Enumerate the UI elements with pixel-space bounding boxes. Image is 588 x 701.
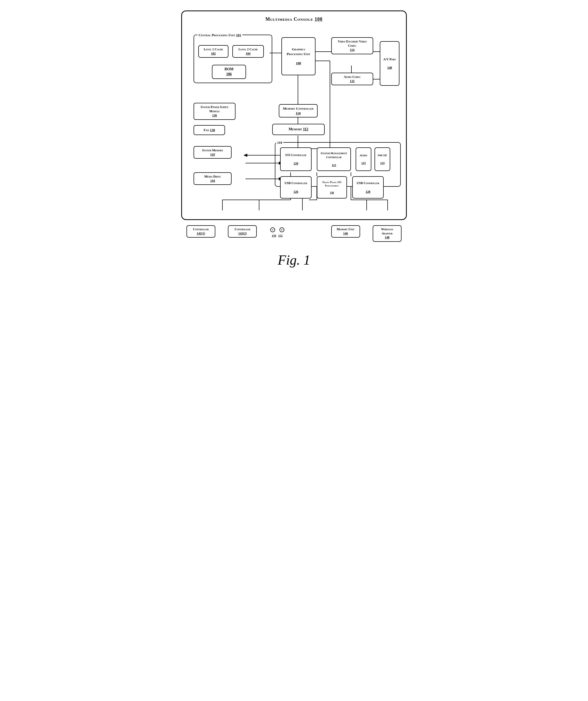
- usb-126-label: USB Controller: [284, 181, 307, 185]
- sys-power-num: 136: [212, 113, 217, 117]
- usb-128-box: USB Controller 128: [352, 176, 384, 199]
- sys-mgmt-num: 122: [332, 163, 336, 167]
- rom-box: ROM 106: [212, 65, 246, 79]
- media-drive-num: 144: [210, 179, 215, 183]
- external-items: Controller 142(1) Controller 142(2) ⊙ ⊙ …: [181, 223, 407, 242]
- usb-128-label: USB Controller: [357, 181, 379, 185]
- io-ctrl-box: I/O Controller 120: [280, 148, 312, 171]
- fan-box: Fan 138: [194, 125, 225, 135]
- media-drive-label: Media Drive: [204, 175, 221, 178]
- port-152-symbol: ⊙: [279, 225, 285, 234]
- l1cache-box: Level 1 Cache 102: [198, 45, 228, 58]
- gpu-num: 108: [296, 61, 301, 65]
- port-152-num: 152: [278, 234, 283, 237]
- sys-memory-box: System Memory 143: [194, 146, 232, 159]
- l1cache-num: 102: [211, 52, 216, 55]
- audio-codec-label: Audio Codec: [344, 75, 361, 79]
- console-label: Multimedia Console: [265, 16, 313, 22]
- l2cache-label: Level 2 Cache: [238, 47, 258, 51]
- memory-unit-box: Memory Unit 146: [331, 225, 360, 238]
- controller1-label: Controller: [193, 227, 209, 231]
- av-port-label: A/V Port: [383, 57, 396, 61]
- svg-marker-13: [243, 154, 247, 157]
- port-150-num: 150: [272, 234, 276, 237]
- usb-126-box: USB Controller 126: [280, 176, 312, 199]
- fan-label: Fan: [204, 128, 209, 132]
- video-encoder-num: 114: [350, 48, 354, 52]
- l1cache-label: Level 1 Cache: [204, 47, 223, 51]
- l2cache-box: Level 2 Cache 104: [232, 45, 264, 58]
- audio-codec-num: 132: [350, 79, 355, 83]
- sys-memory-label: System Memory: [202, 149, 223, 152]
- av-port-num: 140: [387, 65, 392, 70]
- audio-123-box: Audio 123: [356, 148, 371, 171]
- diagram: Central Processing Unit 101 Level 1 Cach…: [188, 27, 403, 213]
- media-drive-box: Media Drive 144: [194, 172, 232, 185]
- front-panel-num: 130: [330, 191, 334, 195]
- controller2-label: Controller: [234, 227, 250, 231]
- io-ctrl-num: 120: [293, 161, 298, 166]
- io-section-num-label: 118: [276, 140, 283, 145]
- page-wrapper: Multimedia Console 100: [176, 10, 412, 268]
- cpu-num: 101: [236, 33, 241, 37]
- sys-power-box: System Power Supply Module 136: [194, 103, 235, 120]
- wireless-label: Wireless Adapter: [381, 227, 393, 235]
- wireless-box: Wireless Adapter 148: [373, 225, 402, 242]
- nw-if-box: NW I/F 124: [375, 148, 390, 171]
- sys-power-label: System Power Supply Module: [201, 105, 228, 113]
- sys-mgmt-label: System Management Controller: [320, 151, 348, 159]
- fig-label: Fig. 1: [278, 252, 310, 268]
- cpu-label: Central Processing Unit: [199, 33, 235, 37]
- nw-if-num: 124: [380, 161, 385, 165]
- memory-unit-label: Memory Unit: [337, 227, 355, 231]
- wireless-num: 148: [385, 235, 389, 239]
- io-ctrl-label: I/O Controller: [285, 153, 306, 157]
- front-panel-box: Front Panel I/O Subassembly 130: [317, 176, 347, 199]
- fan-num: 138: [210, 128, 215, 132]
- controller1-num: 142(1): [197, 232, 205, 235]
- port-labels: 150 152: [272, 234, 282, 237]
- audio-123-label: Audio: [360, 154, 367, 157]
- io-section-num: 118: [277, 141, 282, 145]
- rom-label: ROM: [224, 67, 233, 71]
- mem-ctrl-label: Memory Controller: [283, 106, 314, 110]
- front-panel-label: Front Panel I/O Subassembly: [320, 181, 344, 188]
- rom-num: 106: [226, 72, 232, 76]
- nw-if-label: NW I/F: [378, 154, 387, 157]
- port-symbols: ⊙ ⊙: [269, 225, 285, 234]
- mem-ctrl-num: 110: [296, 111, 301, 115]
- mem-ctrl-box: Memory Controller 110: [279, 104, 318, 118]
- gpu-box: Graphics Processing Unit 108: [281, 37, 316, 75]
- console-box: Multimedia Console 100: [181, 10, 407, 220]
- controller1-box: Controller 142(1): [186, 225, 215, 238]
- memory-num: 112: [303, 127, 308, 131]
- memory-unit-num: 146: [343, 232, 348, 235]
- memory-label: Memory: [289, 127, 302, 131]
- gpu-label: Graphics Processing Unit: [284, 47, 313, 56]
- l2cache-num: 104: [246, 52, 250, 55]
- sys-mgmt-box: System Management Controller 122: [317, 148, 351, 171]
- console-title: Multimedia Console 100: [188, 16, 400, 22]
- cpu-title-label: Central Processing Unit 101: [197, 32, 242, 37]
- usb-126-num: 126: [293, 190, 298, 194]
- port-150-symbol: ⊙: [269, 225, 276, 234]
- console-num: 100: [315, 16, 323, 22]
- controller2-num: 142(2): [238, 232, 246, 235]
- av-port-box: A/V Port 140: [380, 41, 399, 86]
- audio-123-num: 123: [361, 161, 366, 165]
- usb-128-num: 128: [366, 190, 370, 194]
- memory-box: Memory 112: [272, 124, 325, 135]
- video-encoder-box: Video Encoder/ Video Codec 114: [331, 37, 373, 54]
- video-encoder-label: Video Encoder/ Video Codec: [338, 40, 367, 47]
- audio-codec-box: Audio Codec 132: [331, 73, 373, 85]
- controller2-box: Controller 142(2): [228, 225, 257, 238]
- sys-memory-num: 143: [210, 153, 215, 156]
- ports-section: ⊙ ⊙ 150 152: [269, 225, 285, 237]
